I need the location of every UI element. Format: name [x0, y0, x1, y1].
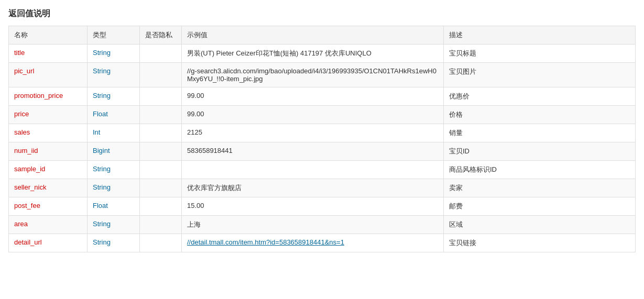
field-name: area	[9, 216, 88, 234]
col-header-desc: 描述	[444, 26, 636, 45]
field-example: //g-search3.alicdn.com/img/bao/uploaded/…	[182, 63, 444, 87]
table-row: post_feeFloat15.00邮费	[9, 197, 636, 216]
field-type: String	[88, 179, 140, 197]
field-private	[140, 124, 182, 142]
field-type: String	[88, 45, 140, 63]
field-example: 2125	[182, 124, 444, 142]
field-private	[140, 216, 182, 234]
field-private	[140, 63, 182, 87]
table-row: titleString男装(UT) Pieter Ceizer印花T恤(短袖) …	[9, 45, 636, 63]
field-private	[140, 234, 182, 252]
field-private	[140, 197, 182, 216]
field-name: seller_nick	[9, 179, 88, 197]
field-example	[182, 161, 444, 179]
field-desc: 价格	[444, 106, 636, 124]
field-example: 15.00	[182, 197, 444, 216]
example-link[interactable]: //detail.tmall.com/item.htm?id=583658918…	[187, 238, 344, 246]
field-desc: 宝贝链接	[444, 234, 636, 252]
page-title: 返回值说明	[8, 8, 636, 19]
table-row: priceFloat99.00价格	[9, 106, 636, 124]
field-desc: 卖家	[444, 179, 636, 197]
field-example: 583658918441	[182, 142, 444, 161]
field-desc: 邮费	[444, 197, 636, 216]
field-type: Int	[88, 124, 140, 142]
field-example: 男装(UT) Pieter Ceizer印花T恤(短袖) 417197 优衣库U…	[182, 45, 444, 63]
field-name: pic_url	[9, 63, 88, 87]
table-row: pic_urlString//g-search3.alicdn.com/img/…	[9, 63, 636, 87]
field-example: 99.00	[182, 106, 444, 124]
table-row: sample_idString商品风格标识ID	[9, 161, 636, 179]
field-type: Float	[88, 197, 140, 216]
field-example: 99.00	[182, 87, 444, 106]
field-type: String	[88, 234, 140, 252]
field-type: Float	[88, 106, 140, 124]
field-private	[140, 106, 182, 124]
field-type: String	[88, 87, 140, 106]
col-header-name: 名称	[9, 26, 88, 45]
field-type: String	[88, 161, 140, 179]
field-desc: 销量	[444, 124, 636, 142]
field-name: detail_url	[9, 234, 88, 252]
table-row: detail_urlString//detail.tmall.com/item.…	[9, 234, 636, 252]
col-header-private: 是否隐私	[140, 26, 182, 45]
field-private	[140, 142, 182, 161]
field-example: //detail.tmall.com/item.htm?id=583658918…	[182, 234, 444, 252]
field-type: String	[88, 216, 140, 234]
field-type: Bigint	[88, 142, 140, 161]
table-row: promotion_priceString99.00优惠价	[9, 87, 636, 106]
field-desc: 商品风格标识ID	[444, 161, 636, 179]
field-name: price	[9, 106, 88, 124]
table-row: seller_nickString优衣库官方旗舰店卖家	[9, 179, 636, 197]
field-desc: 宝贝标题	[444, 45, 636, 63]
col-header-example: 示例值	[182, 26, 444, 45]
field-desc: 优惠价	[444, 87, 636, 106]
table-row: salesInt2125销量	[9, 124, 636, 142]
field-desc: 宝贝图片	[444, 63, 636, 87]
table-row: areaString上海区域	[9, 216, 636, 234]
field-desc: 区域	[444, 216, 636, 234]
field-name: promotion_price	[9, 87, 88, 106]
field-name: num_iid	[9, 142, 88, 161]
field-example: 优衣库官方旗舰店	[182, 179, 444, 197]
field-name: sales	[9, 124, 88, 142]
table-row: num_iidBigint583658918441宝贝ID	[9, 142, 636, 161]
field-private	[140, 179, 182, 197]
field-name: title	[9, 45, 88, 63]
table-body: titleString男装(UT) Pieter Ceizer印花T恤(短袖) …	[9, 45, 636, 252]
field-private	[140, 87, 182, 106]
field-name: sample_id	[9, 161, 88, 179]
field-type: String	[88, 63, 140, 87]
table-header: 名称 类型 是否隐私 示例值 描述	[9, 26, 636, 45]
col-header-type: 类型	[88, 26, 140, 45]
field-private	[140, 45, 182, 63]
return-values-table: 名称 类型 是否隐私 示例值 描述 titleString男装(UT) Piet…	[8, 26, 636, 252]
field-desc: 宝贝ID	[444, 142, 636, 161]
field-name: post_fee	[9, 197, 88, 216]
field-private	[140, 161, 182, 179]
field-example: 上海	[182, 216, 444, 234]
